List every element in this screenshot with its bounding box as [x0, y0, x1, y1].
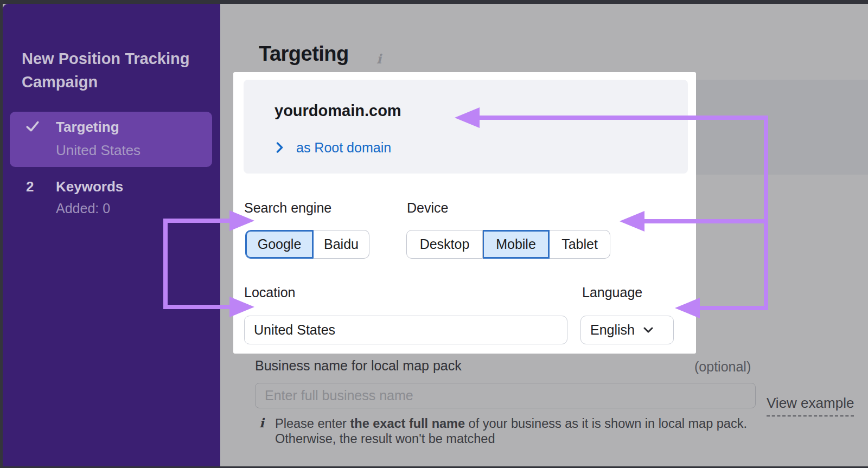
device-label: Device — [407, 200, 448, 216]
annotation-line-domain — [480, 116, 768, 120]
language-selected-value: English — [590, 322, 635, 338]
root-domain-link[interactable]: as Root domain — [276, 139, 391, 156]
device-option-tablet[interactable]: Tablet — [550, 230, 610, 259]
step-keywords-sublabel: Added: 0 — [56, 201, 110, 216]
domain-name: yourdomain.com — [275, 102, 401, 120]
annotation-line-left-vertical — [163, 219, 168, 309]
arrowhead-location-icon — [229, 297, 254, 317]
root-domain-label: as Root domain — [296, 140, 391, 156]
window-frame-top — [0, 0, 868, 4]
search-engine-label: Search engine — [244, 200, 331, 216]
dimmed-domain-row-band — [696, 80, 868, 175]
search-engine-toggle: Google Baidu — [245, 230, 369, 259]
optional-label: (optional) — [694, 359, 751, 375]
note-bold: the exact full name — [350, 416, 465, 431]
search-engine-option-baidu[interactable]: Baidu — [314, 230, 369, 259]
location-input[interactable] — [244, 316, 567, 344]
step-targeting-sublabel: United States — [56, 142, 141, 159]
business-name-input[interactable] — [255, 383, 756, 408]
step-keywords-label: Keywords — [56, 178, 123, 195]
arrowhead-language-icon — [675, 298, 700, 318]
app-window: New Position Tracking Campaign Targeting… — [0, 0, 868, 468]
annotation-line-language — [700, 306, 765, 310]
note-prefix: Please enter — [275, 416, 350, 431]
info-icon[interactable]: i — [376, 51, 381, 67]
language-select[interactable]: English — [580, 316, 674, 344]
annotation-line-search-engine — [163, 219, 229, 223]
language-label: Language — [582, 285, 642, 300]
annotation-line-location — [163, 305, 229, 309]
chevron-right-icon — [276, 142, 283, 153]
arrowhead-search-engine-icon — [229, 210, 254, 231]
view-example-link[interactable]: View example — [767, 395, 854, 416]
annotation-line-device — [644, 219, 765, 223]
device-option-mobile[interactable]: Mobile — [483, 230, 550, 259]
device-toggle: Desktop Mobile Tablet — [406, 230, 610, 259]
step-keywords-number: 2 — [26, 178, 34, 195]
business-note-line1: Please enter the exact full name of your… — [275, 416, 747, 431]
page-title: Targeting — [259, 42, 349, 66]
business-name-label: Business name for local map pack — [255, 358, 462, 374]
device-option-desktop[interactable]: Desktop — [406, 230, 483, 259]
arrowhead-domain-icon — [455, 107, 480, 128]
note-suffix: of your business as it is shown in local… — [465, 416, 747, 431]
arrowhead-device-icon — [620, 211, 644, 232]
step-targeting-label: Targeting — [56, 119, 119, 136]
note-info-icon: i — [259, 415, 264, 430]
search-engine-option-google[interactable]: Google — [245, 230, 314, 259]
annotation-line-right-vertical — [764, 116, 768, 310]
wizard-sidebar: New Position Tracking Campaign Targeting… — [3, 4, 220, 468]
business-note-line2: Otherwise, the result won't be matched — [275, 432, 495, 446]
check-icon — [25, 119, 40, 133]
chevron-down-icon — [643, 327, 653, 333]
wizard-title: New Position Tracking Campaign — [22, 47, 206, 94]
